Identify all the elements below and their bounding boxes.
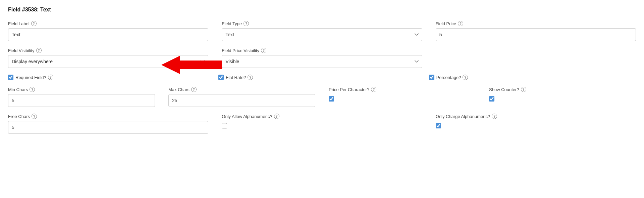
field-type-group: Field Type ? Text Number Email Select Te… (222, 21, 422, 41)
min-chars-help-icon[interactable]: ? (30, 87, 35, 92)
only-allow-alphanumeric-label: Only Allow Alphanumeric? ? (222, 114, 422, 119)
price-per-character-label: Price Per Character? ? (329, 87, 476, 92)
percentage-label: Percentage? ? (436, 75, 468, 80)
show-counter-group: Show Counter? ? (489, 87, 636, 107)
price-per-character-help-icon[interactable]: ? (371, 87, 376, 92)
field-type-select[interactable]: Text Number Email Select Textarea (222, 28, 422, 41)
required-field-group: Required Field? ? (8, 75, 215, 80)
only-charge-alphanumeric-help-icon[interactable]: ? (492, 114, 497, 119)
field-price-label: Field Price ? (436, 21, 636, 26)
show-counter-checkbox[interactable] (489, 96, 494, 102)
field-price-visibility-label: Field Price Visibility ? (222, 48, 422, 53)
field-label-input[interactable] (8, 28, 208, 41)
max-chars-help-icon[interactable]: ? (191, 87, 197, 92)
required-field-help-icon[interactable]: ? (48, 75, 53, 80)
show-counter-help-icon[interactable]: ? (521, 87, 526, 92)
only-allow-alphanumeric-checkbox-group (222, 123, 422, 128)
min-chars-label: Min Chars ? (8, 87, 155, 92)
price-per-character-checkbox-group (329, 96, 476, 102)
field-label-group: Field Label ? (8, 21, 208, 41)
row1: Field Label ? Field Type ? Text Number E… (8, 21, 636, 41)
only-charge-alphanumeric-checkbox[interactable] (436, 123, 441, 128)
flat-rate-label: Flat Rate? ? (226, 75, 253, 80)
required-field-checkbox[interactable] (8, 75, 13, 80)
percentage-checkbox[interactable] (429, 75, 434, 80)
flat-rate-checkbox[interactable] (218, 75, 224, 80)
field-visibility-label: Field Visibility ? (8, 48, 208, 53)
only-charge-alphanumeric-group: Only Charge Alphanumeric? ? (436, 114, 636, 134)
field-label-help-icon[interactable]: ? (31, 21, 37, 26)
field-price-visibility-group: Field Price Visibility ? Visible Hidden … (222, 48, 422, 68)
show-counter-label: Show Counter? ? (489, 87, 636, 92)
min-chars-input[interactable] (8, 94, 155, 107)
only-charge-alphanumeric-label: Only Charge Alphanumeric? ? (436, 114, 636, 119)
field-price-group: Field Price ? (436, 21, 636, 41)
only-allow-alphanumeric-help-icon[interactable]: ? (274, 114, 279, 119)
price-per-character-checkbox[interactable] (329, 96, 334, 102)
page-title: Field #3538: Text (8, 7, 636, 13)
field-type-label: Field Type ? (222, 21, 422, 26)
percentage-help-icon[interactable]: ? (463, 75, 468, 80)
only-charge-alphanumeric-checkbox-group (436, 123, 636, 128)
free-chars-label: Free Chars ? (8, 114, 208, 119)
flat-rate-help-icon[interactable]: ? (248, 75, 253, 80)
show-counter-checkbox-group (489, 96, 636, 102)
free-chars-help-icon[interactable]: ? (32, 114, 37, 119)
max-chars-input[interactable] (168, 94, 315, 107)
only-allow-alphanumeric-checkbox[interactable] (222, 123, 227, 128)
row2-wrapper: Field Visibility ? Display everywhere Hi… (8, 48, 636, 68)
field-visibility-select[interactable]: Display everywhere Hidden Admin only (8, 55, 208, 68)
row2-empty-col (436, 48, 636, 68)
field-price-visibility-select[interactable]: Visible Hidden Admin only (222, 55, 422, 68)
max-chars-group: Max Chars ? (168, 87, 315, 107)
checkboxes-row: Required Field? ? Flat Rate? ? Percentag… (8, 75, 636, 80)
percentage-group: Percentage? ? (429, 75, 636, 80)
row3: Min Chars ? Max Chars ? Price Per Charac… (8, 87, 636, 107)
row4: Free Chars ? Only Allow Alphanumeric? ? … (8, 114, 636, 134)
field-visibility-help-icon[interactable]: ? (36, 48, 42, 53)
free-chars-input[interactable] (8, 121, 208, 134)
min-chars-group: Min Chars ? (8, 87, 155, 107)
field-price-input[interactable] (436, 28, 636, 41)
only-allow-alphanumeric-group: Only Allow Alphanumeric? ? (222, 114, 422, 134)
field-label-label: Field Label ? (8, 21, 208, 26)
row2: Field Visibility ? Display everywhere Hi… (8, 48, 636, 68)
max-chars-label: Max Chars ? (168, 87, 315, 92)
field-price-help-icon[interactable]: ? (458, 21, 463, 26)
page-container: Field #3538: Text Field Label ? Field Ty… (0, 0, 644, 198)
field-visibility-group: Field Visibility ? Display everywhere Hi… (8, 48, 208, 68)
required-field-label: Required Field? ? (15, 75, 53, 80)
price-per-character-group: Price Per Character? ? (329, 87, 476, 107)
field-price-visibility-help-icon[interactable]: ? (261, 48, 266, 53)
field-type-help-icon[interactable]: ? (244, 21, 249, 26)
free-chars-group: Free Chars ? (8, 114, 208, 134)
flat-rate-group: Flat Rate? ? (218, 75, 425, 80)
